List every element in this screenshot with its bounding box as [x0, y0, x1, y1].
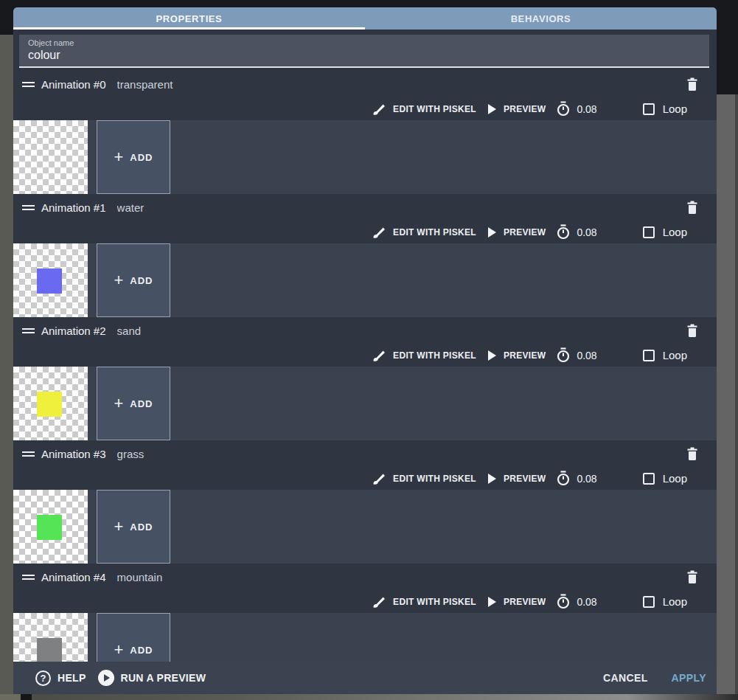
- plus-icon: +: [114, 519, 123, 535]
- tab-properties-label: PROPERTIES: [156, 13, 223, 24]
- tab-properties[interactable]: PROPERTIES: [13, 7, 365, 30]
- backdrop-bottom-shadow: [21, 694, 32, 700]
- time-between-frames-button[interactable]: 0.08: [556, 471, 596, 486]
- time-between-frames-value: 0.08: [577, 350, 596, 361]
- drag-handle-icon[interactable]: [22, 326, 35, 336]
- play-icon: [104, 674, 110, 682]
- apply-button[interactable]: APPLY: [672, 672, 706, 684]
- add-frame-button[interactable]: + ADD: [97, 120, 170, 194]
- animation-section: Animation #1 EDIT WITH PISKEL: [13, 194, 717, 317]
- animation-title: Animation #2: [41, 325, 106, 337]
- add-frame-button[interactable]: + ADD: [97, 367, 170, 440]
- time-between-frames-value: 0.08: [577, 226, 596, 238]
- loop-toggle[interactable]: Loop: [643, 472, 687, 485]
- edit-with-piskel-button[interactable]: EDIT WITH PISKEL: [372, 349, 476, 362]
- time-between-frames-button[interactable]: 0.08: [556, 594, 596, 609]
- loop-toggle[interactable]: Loop: [643, 103, 687, 115]
- frame-color-swatch: [37, 515, 62, 540]
- play-icon: [488, 597, 496, 607]
- time-between-frames-value: 0.08: [577, 103, 596, 115]
- frame-thumbnail[interactable]: [13, 243, 88, 317]
- frame-thumbnail[interactable]: [13, 367, 88, 440]
- delete-animation-button[interactable]: [686, 446, 699, 461]
- animation-name-input[interactable]: [117, 448, 686, 460]
- active-tab-underline: [13, 27, 365, 30]
- brush-icon: [372, 595, 386, 609]
- delete-animation-button[interactable]: [686, 569, 699, 584]
- plus-icon: +: [114, 395, 123, 412]
- backdrop-bottom-corner: [0, 694, 21, 700]
- run-a-preview-button[interactable]: RUN A PREVIEW: [98, 670, 206, 686]
- add-frame-label: ADD: [130, 152, 153, 163]
- brush-icon: [372, 226, 386, 239]
- edit-with-piskel-button[interactable]: EDIT WITH PISKEL: [372, 595, 476, 609]
- time-between-frames-button[interactable]: 0.08: [556, 101, 596, 117]
- help-label: HELP: [58, 672, 86, 684]
- backdrop-left: [0, 35, 13, 700]
- animation-name-input[interactable]: [117, 78, 686, 91]
- play-icon: [488, 104, 496, 114]
- animations-list: Animation #0 EDIT WITH PISKEL: [13, 71, 717, 687]
- animation-header: Animation #3 EDIT WITH PISKEL: [13, 440, 717, 490]
- edit-with-piskel-label: EDIT WITH PISKEL: [393, 104, 476, 114]
- backdrop-bottom: [0, 694, 738, 700]
- animation-name-input[interactable]: [117, 325, 686, 337]
- time-between-frames-value: 0.08: [577, 596, 596, 608]
- preview-button[interactable]: PREVIEW: [488, 227, 546, 238]
- plus-icon: +: [114, 272, 123, 288]
- delete-animation-button[interactable]: [686, 200, 699, 215]
- help-button[interactable]: ? HELP: [35, 670, 86, 686]
- loop-label: Loop: [663, 349, 687, 361]
- drag-handle-icon[interactable]: [22, 572, 35, 582]
- drag-handle-icon[interactable]: [22, 80, 35, 89]
- stopwatch-icon: [556, 224, 571, 240]
- animation-frames-row: + ADD: [13, 367, 717, 440]
- preview-button[interactable]: PREVIEW: [488, 597, 546, 607]
- loop-checkbox[interactable]: [643, 473, 655, 485]
- edit-with-piskel-button[interactable]: EDIT WITH PISKEL: [372, 226, 476, 239]
- drag-handle-icon[interactable]: [22, 203, 35, 212]
- add-frame-button[interactable]: + ADD: [97, 490, 170, 564]
- loop-checkbox[interactable]: [643, 350, 655, 361]
- preview-button[interactable]: PREVIEW: [488, 350, 546, 361]
- loop-checkbox[interactable]: [643, 103, 655, 115]
- loop-label: Loop: [663, 595, 687, 608]
- delete-animation-button[interactable]: [686, 323, 699, 338]
- loop-label: Loop: [663, 103, 687, 115]
- time-between-frames-button[interactable]: 0.08: [556, 347, 596, 363]
- preview-label: PREVIEW: [504, 227, 546, 238]
- animation-title-row: Animation #4: [13, 564, 717, 590]
- drag-handle-icon[interactable]: [22, 449, 35, 459]
- loop-checkbox[interactable]: [643, 596, 655, 608]
- loop-toggle[interactable]: Loop: [643, 226, 687, 238]
- edit-with-piskel-label: EDIT WITH PISKEL: [393, 350, 476, 361]
- preview-button[interactable]: PREVIEW: [488, 104, 546, 114]
- trash-icon: [686, 77, 699, 91]
- time-between-frames-button[interactable]: 0.08: [556, 224, 596, 240]
- object-name-input[interactable]: [28, 47, 700, 62]
- frame-thumbnail[interactable]: [13, 120, 88, 194]
- plus-icon: +: [114, 642, 123, 658]
- animation-title-row: Animation #2: [13, 317, 717, 344]
- animation-toolbar: EDIT WITH PISKEL PREVIEW 0.08: [13, 590, 717, 613]
- loop-toggle[interactable]: Loop: [643, 349, 687, 361]
- cancel-button[interactable]: CANCEL: [603, 672, 648, 684]
- animation-title-row: Animation #1: [13, 194, 717, 221]
- trash-icon: [686, 323, 699, 338]
- loop-checkbox[interactable]: [643, 226, 655, 238]
- tab-behaviors[interactable]: BEHAVIORS: [365, 7, 717, 30]
- edit-with-piskel-button[interactable]: EDIT WITH PISKEL: [372, 103, 476, 116]
- edit-with-piskel-button[interactable]: EDIT WITH PISKEL: [372, 472, 476, 485]
- loop-label: Loop: [663, 472, 687, 485]
- preview-button[interactable]: PREVIEW: [488, 474, 546, 484]
- brush-icon: [372, 472, 386, 485]
- add-frame-label: ADD: [130, 645, 153, 656]
- brush-icon: [372, 103, 386, 116]
- add-frame-button[interactable]: + ADD: [97, 243, 170, 317]
- frame-thumbnail[interactable]: [13, 490, 88, 564]
- animation-name-input[interactable]: [117, 571, 686, 583]
- delete-animation-button[interactable]: [686, 77, 699, 91]
- loop-toggle[interactable]: Loop: [643, 595, 687, 608]
- time-between-frames-value: 0.08: [577, 473, 596, 485]
- animation-name-input[interactable]: [117, 201, 686, 214]
